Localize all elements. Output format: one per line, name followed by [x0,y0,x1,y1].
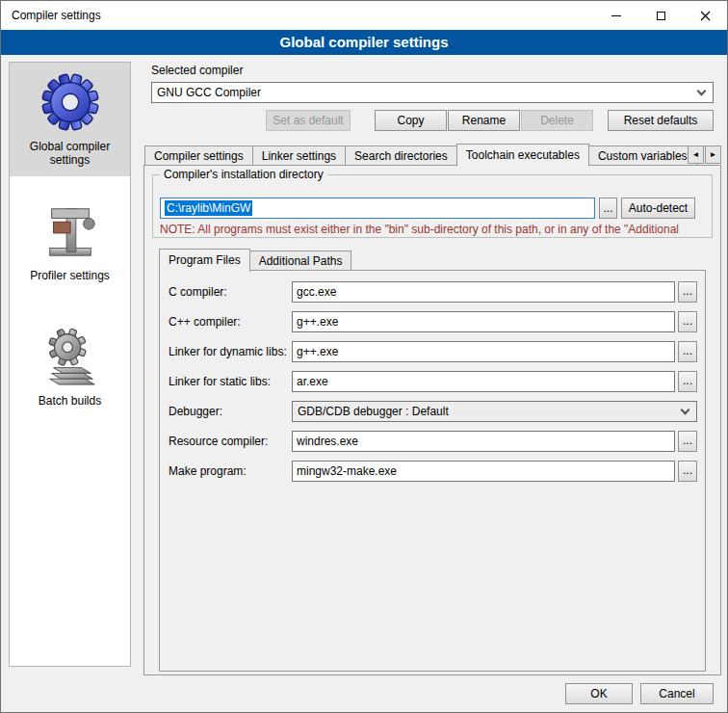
install-dir-browse-button[interactable]: ... [599,198,617,219]
field-row-resource-compiler: Resource compiler: ... [160,431,705,452]
sidebar-item-label: Batch builds [12,394,128,408]
field-row-make-program: Make program: ... [160,461,705,482]
ok-button[interactable]: OK [565,683,633,704]
page-title: Global compiler settings [1,30,727,55]
linker-dynamic-browse-button[interactable]: ... [678,341,697,362]
install-dir-input[interactable]: C:\raylib\MinGW [160,198,595,219]
sidebar-item-profiler-settings[interactable]: Profiler settings [10,192,130,292]
tab-compiler-settings[interactable]: Compiler settings [144,145,253,166]
install-dir-group-title: Compiler's installation directory [160,168,327,181]
window-controls [594,1,727,30]
sidebar-item-global-compiler-settings[interactable]: Global compiler settings [10,63,130,176]
compiler-actions: Set as default Copy Rename Delete Reset … [151,110,714,131]
resource-compiler-browse-button[interactable]: ... [678,431,697,452]
resource-compiler-label: Resource compiler: [169,435,268,448]
install-dir-note: NOTE: All programs must exist either in … [160,223,711,236]
tab-linker-settings[interactable]: Linker settings [252,145,346,166]
cpp-compiler-browse-button[interactable]: ... [678,311,697,332]
field-row-debugger: Debugger: GDB/CDB debugger : Default [160,401,705,422]
selected-compiler-value: GNU GCC Compiler [157,86,261,99]
sidebar-item-label: Profiler settings [12,269,128,282]
batch-builds-icon [40,327,100,386]
tab-scroller: ◄ ► [687,145,721,164]
program-files-panel: C compiler: ... C++ compiler: ... Linker… [159,270,706,672]
compiler-settings-dialog: Compiler settings Global compiler settin… [0,0,728,713]
cancel-button[interactable]: Cancel [640,683,714,704]
rename-button[interactable]: Rename [448,110,520,131]
tab-scroll-right-icon[interactable]: ► [705,145,721,164]
c-compiler-input[interactable] [292,281,675,303]
close-icon [700,11,711,21]
field-row-linker-dynamic: Linker for dynamic libs: ... [160,341,705,362]
make-program-input[interactable] [292,461,675,482]
chevron-down-icon [681,406,690,415]
subtab-program-files[interactable]: Program Files [159,249,250,272]
linker-dynamic-label: Linker for dynamic libs: [169,345,287,358]
c-compiler-browse-button[interactable]: ... [678,281,697,303]
resource-compiler-input[interactable] [292,431,675,452]
make-program-label: Make program: [169,464,247,478]
sidebar-item-label: Global compiler settings [12,140,128,167]
chevron-down-icon [697,87,707,96]
linker-dynamic-input[interactable] [292,341,675,362]
linker-static-label: Linker for static libs: [169,375,271,388]
profiler-icon [40,201,100,261]
titlebar: Compiler settings [1,1,727,30]
tab-toolchain-executables[interactable]: Toolchain executables [456,144,589,166]
tab-custom-variables[interactable]: Custom variables [588,145,697,166]
field-row-cpp-compiler: C++ compiler: ... [160,311,705,332]
debugger-value: GDB/CDB debugger : Default [298,405,449,418]
field-row-linker-static: Linker for static libs: ... [160,371,705,392]
maximize-icon [657,12,665,20]
install-dir-selected-text: C:\raylib\MinGW [165,200,252,216]
sidebar-item-batch-builds[interactable]: Batch builds [10,317,130,417]
gear-blue-icon [40,72,100,132]
field-row-c-compiler: C compiler: ... [160,281,705,303]
close-button[interactable] [683,1,727,30]
copy-button[interactable]: Copy [375,110,447,131]
delete-button[interactable]: Delete [521,110,593,131]
c-compiler-label: C compiler: [169,285,227,299]
minimize-button[interactable] [594,1,638,30]
debugger-label: Debugger: [169,405,222,418]
tab-search-directories[interactable]: Search directories [345,145,457,166]
linker-static-input[interactable] [292,371,675,392]
reset-defaults-button[interactable]: Reset defaults [608,110,714,131]
auto-detect-button[interactable]: Auto-detect [621,198,695,219]
selected-compiler-combobox[interactable]: GNU GCC Compiler [151,82,714,103]
maximize-button[interactable] [638,1,683,30]
make-program-browse-button[interactable]: ... [678,461,697,482]
set-as-default-button[interactable]: Set as default [266,110,351,131]
subtab-additional-paths[interactable]: Additional Paths [249,251,352,271]
settings-tabstrip: Compiler settings Linker settings Search… [144,144,721,166]
program-files-subtabs: Program Files Additional Paths [159,249,351,271]
selected-compiler-label: Selected compiler [151,64,243,77]
linker-static-browse-button[interactable]: ... [678,371,697,392]
window-title: Compiler settings [1,9,101,22]
cpp-compiler-input[interactable] [292,311,675,332]
settings-category-sidebar: Global compiler settings Profiler settin… [9,62,131,667]
minimize-icon [611,15,621,16]
debugger-select[interactable]: GDB/CDB debugger : Default [292,401,697,422]
tab-scroll-left-icon[interactable]: ◄ [688,145,704,164]
cpp-compiler-label: C++ compiler: [169,315,241,329]
